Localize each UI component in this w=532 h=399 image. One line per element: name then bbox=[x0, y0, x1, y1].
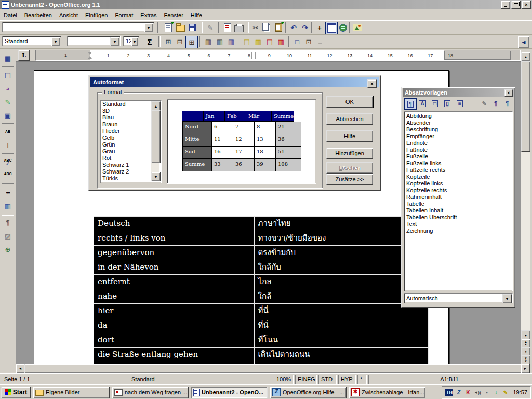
gallery-icon[interactable] bbox=[352, 22, 363, 33]
style-list-item[interactable]: Kopfzeile rechts bbox=[404, 187, 512, 194]
horizontal-ruler[interactable]: 1 123456789101112131415161718 bbox=[35, 50, 521, 61]
autoformat-dialog[interactable]: Autoformat × Format Standard3DBlauBraunF… bbox=[88, 75, 381, 191]
dialog-button[interactable]: Löschen bbox=[326, 162, 373, 174]
table-cell-german[interactable]: nahe bbox=[94, 289, 255, 303]
table-row[interactable]: Deutsch ภาษาไทย bbox=[94, 217, 428, 231]
new-document-icon[interactable] bbox=[163, 22, 174, 33]
style-list-item[interactable]: Text bbox=[404, 221, 512, 228]
table-row[interactable]: rechts / links von ทางขวา/ซ้ายมือของ bbox=[94, 231, 428, 246]
stylist-title-bar[interactable]: Absatzvorlagen × bbox=[403, 88, 514, 97]
taskbar-task-presentation[interactable]: nach dem Weg fragen ... bbox=[112, 387, 189, 398]
hyperlink-icon[interactable] bbox=[337, 22, 349, 33]
paragraph-style-combobox[interactable]: Standard ▼ bbox=[2, 36, 61, 46]
spellcheck-icon[interactable]: ABC✓ bbox=[2, 156, 14, 168]
status-page-style[interactable]: Standard bbox=[129, 375, 272, 384]
paragraph-styles-icon[interactable]: ¶ bbox=[404, 98, 417, 110]
undo-icon[interactable]: ↶ bbox=[288, 22, 299, 33]
delete-column-icon[interactable]: ▥ bbox=[275, 36, 287, 47]
style-list-item[interactable]: Tabelle bbox=[404, 201, 512, 207]
dialog-close-icon[interactable]: × bbox=[367, 79, 377, 88]
find-replace-icon[interactable]: ●● bbox=[2, 186, 14, 198]
chevron-down-icon[interactable]: ▼ bbox=[110, 37, 119, 46]
stylist-close-icon[interactable]: × bbox=[504, 89, 513, 97]
taskbar-task-pictures[interactable]: Eigene Bilder bbox=[33, 387, 110, 398]
table-cell-german[interactable]: in der Nähevon bbox=[94, 260, 255, 274]
table-cell-german[interactable]: da bbox=[94, 318, 255, 332]
scrollbar-thumb[interactable] bbox=[24, 364, 522, 373]
redo-icon[interactable]: ↷ bbox=[299, 22, 311, 33]
table-row[interactable]: da ที่นั่ bbox=[94, 318, 428, 333]
style-list-item[interactable]: Kopfzeile bbox=[404, 174, 512, 180]
graphics-onoff-icon[interactable]: ▨ bbox=[2, 230, 14, 242]
menu-item[interactable]: Format bbox=[111, 10, 137, 20]
toolbar-collapse-icon[interactable]: ◀ bbox=[518, 36, 529, 48]
scroll-up-icon[interactable]: ▲ bbox=[151, 101, 161, 111]
style-list-item[interactable]: Fußnote bbox=[404, 147, 512, 153]
chevron-down-icon[interactable]: ▼ bbox=[144, 23, 153, 32]
style-list-item[interactable]: Beschriftung bbox=[404, 126, 512, 133]
table-row[interactable]: dort ที่โนน bbox=[94, 333, 428, 348]
font-size-combobox[interactable]: 12 ▼ bbox=[123, 36, 139, 46]
table-cell-german[interactable]: hier bbox=[94, 304, 255, 318]
table-row[interactable]: in der Nähevon ใกล้กับ bbox=[94, 260, 428, 275]
dialog-title-bar[interactable]: Autoformat × bbox=[90, 77, 379, 87]
cut-icon[interactable]: ✂ bbox=[250, 22, 261, 33]
graphics-tool-icon[interactable]: ✎ bbox=[501, 389, 509, 396]
menu-item[interactable]: Einfügen bbox=[82, 10, 111, 20]
style-listbox[interactable]: AbbildungAbsenderBeschriftungEmpfängerEn… bbox=[404, 111, 513, 291]
quickstarter-icon[interactable]: Z bbox=[455, 389, 462, 396]
page-styles-icon[interactable]: ▯ bbox=[442, 98, 453, 109]
tab-selector-button[interactable]: L bbox=[18, 50, 30, 61]
status-insert-mode[interactable]: EINFG bbox=[295, 375, 317, 384]
status-selection-mode[interactable]: STD bbox=[318, 375, 337, 384]
style-list-item[interactable]: Rahmeninhalt bbox=[404, 194, 512, 201]
language-indicator[interactable]: TH bbox=[445, 389, 453, 396]
frame-styles-icon[interactable]: □ bbox=[429, 98, 441, 109]
table-cell-german[interactable]: rechts / links von bbox=[94, 231, 255, 245]
taskbar-task-help[interactable]: Z OpenOffice.org Hilfe - ... bbox=[270, 387, 347, 398]
scrollbar-thumb[interactable] bbox=[151, 110, 161, 163]
table-cell-thai[interactable]: ที่นั่ bbox=[255, 318, 428, 332]
table-cell-german[interactable]: dort bbox=[94, 333, 255, 347]
font-name-combobox[interactable]: ▼ bbox=[67, 36, 121, 46]
style-list-item[interactable]: Tabellen Überschrift bbox=[404, 214, 512, 221]
draw-functions-icon[interactable]: ✎ bbox=[2, 96, 14, 108]
format-list-scrollbar[interactable]: ▲ ▼ bbox=[151, 101, 159, 181]
table-borders-icon[interactable]: ▦ bbox=[214, 36, 225, 47]
save-icon[interactable] bbox=[187, 22, 198, 33]
open-icon[interactable] bbox=[175, 22, 186, 33]
merge-cells-icon[interactable]: ⊞ bbox=[163, 36, 174, 47]
document-table[interactable]: Deutsch ภาษาไทย rechts / links von ทางขว… bbox=[94, 216, 429, 364]
table-row[interactable]: hier ที่นี่ bbox=[94, 304, 428, 318]
menu-item[interactable]: Hilfe bbox=[187, 10, 206, 20]
optimize-table-icon[interactable]: ▦ bbox=[203, 36, 214, 47]
stylist-icon[interactable] bbox=[325, 22, 338, 34]
menu-item[interactable]: Datei bbox=[0, 10, 21, 20]
status-zoom[interactable]: 100% bbox=[274, 375, 294, 384]
navigator-icon[interactable]: + bbox=[314, 22, 325, 33]
style-list-item[interactable]: Kopfzeile links bbox=[404, 180, 512, 187]
borders-icon[interactable]: ⊡ bbox=[303, 36, 314, 47]
style-list-item[interactable]: Endnote bbox=[404, 140, 512, 147]
online-layout-icon[interactable]: ⊕ bbox=[2, 243, 14, 256]
style-list-item[interactable]: Fußzeile rechts bbox=[404, 167, 512, 174]
insert-frame-icon[interactable]: □ bbox=[291, 36, 303, 47]
insert-section-icon[interactable]: ▤ bbox=[2, 69, 14, 81]
mouse-settings-icon[interactable]: ▪ bbox=[483, 389, 490, 396]
character-styles-icon[interactable]: A bbox=[417, 98, 428, 109]
menu-item[interactable]: Extras bbox=[137, 10, 160, 20]
chevron-down-icon[interactable]: ▼ bbox=[131, 37, 138, 46]
copy-icon[interactable] bbox=[261, 22, 273, 33]
table-cell-thai[interactable]: ที่โนน bbox=[255, 333, 428, 347]
paste-icon[interactable] bbox=[273, 22, 284, 33]
chevron-down-icon[interactable]: ▼ bbox=[502, 294, 512, 303]
sum-icon[interactable]: Σ bbox=[144, 36, 155, 47]
table-cell-thai[interactable]: เดินไปตามถนน bbox=[255, 348, 428, 362]
fill-format-icon[interactable]: ✎ bbox=[478, 98, 490, 109]
autotext-icon[interactable]: AB bbox=[2, 126, 14, 138]
table-row[interactable]: die Straße entlang gehen เดินไปตามถนน bbox=[94, 348, 428, 362]
scroll-left-icon[interactable]: ◄ bbox=[16, 364, 25, 373]
style-filter-value[interactable]: Automatisch bbox=[404, 293, 513, 303]
taskbar-clock[interactable]: 19:57 bbox=[513, 389, 527, 395]
update-style-icon[interactable]: ¶ bbox=[501, 98, 513, 109]
